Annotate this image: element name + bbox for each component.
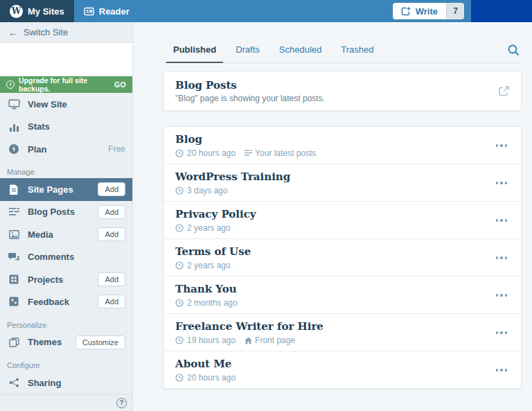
projects-icon [7, 274, 21, 284]
stats-icon [7, 122, 21, 132]
page-row-blog[interactable]: Blog 20 hours ago Your [164, 127, 521, 164]
section-label-personalize: Personalize [0, 313, 132, 331]
page-actions-menu[interactable] [493, 327, 511, 338]
tab-scheduled[interactable]: Scheduled [269, 39, 331, 62]
sidebar-item-view-site[interactable]: View Site [0, 93, 132, 115]
sidebar-item-label: Feedback [28, 297, 69, 307]
sidebar-item-feedback[interactable]: Feedback Add [0, 290, 132, 313]
sidebar-item-label: Themes [28, 337, 62, 347]
tab-trashed[interactable]: Trashed [331, 39, 383, 62]
tab-published[interactable]: Published [163, 39, 226, 62]
notification-count-badge[interactable]: 7 [446, 3, 464, 19]
upgrade-banner[interactable]: i Upgrade for full site backups. GO [0, 76, 132, 94]
page-title: Privacy Policy [175, 208, 256, 220]
page-time: 20 hours ago [187, 148, 236, 158]
sidebar-item-themes[interactable]: Themes Customize [0, 331, 132, 353]
pages-icon [7, 184, 21, 195]
switch-site-button[interactable]: ← Switch Site [0, 22, 132, 43]
page-row-thank-you[interactable]: Thank You 2 months ago [164, 277, 521, 314]
clock-icon [175, 374, 184, 382]
info-icon: i [6, 80, 15, 89]
clock-icon [175, 224, 184, 232]
sidebar-item-label: Media [28, 229, 53, 240]
sidebar-item-site-pages[interactable]: Site Pages Add [0, 178, 132, 200]
blog-posts-info-card[interactable]: Blog Posts "Blog" page is showing your l… [163, 71, 522, 111]
sidebar-item-stats[interactable]: Stats [0, 116, 132, 138]
tab-drafts[interactable]: Drafts [226, 39, 269, 62]
clock-icon [175, 336, 184, 344]
page-title: Thank You [175, 283, 238, 295]
page-row-about-me[interactable]: About Me 20 hours ago [164, 351, 521, 389]
sidebar-item-projects[interactable]: Projects Add [0, 268, 132, 290]
page-actions-menu[interactable] [493, 252, 511, 263]
my-sites-label: My Sites [28, 6, 64, 17]
customize-button[interactable]: Customize [76, 335, 125, 349]
page-actions-menu[interactable] [493, 177, 511, 189]
main-content: Published Drafts Scheduled Trashed [133, 22, 532, 411]
page-time: 2 years ago [187, 261, 231, 270]
sidebar-item-plan[interactable]: Plan Free [0, 138, 132, 160]
sidebar-item-label: Plan [28, 144, 46, 155]
clock-icon [175, 261, 184, 270]
page-time: 2 months ago [187, 298, 238, 308]
sidebar-item-label: Stats [28, 121, 50, 132]
reader-icon [84, 7, 94, 16]
page-title: Terms of Use [175, 245, 251, 258]
wordpress-logo-icon: W [10, 5, 23, 18]
page-title: WordPress Training [175, 170, 290, 183]
page-title: Blog [175, 133, 316, 146]
sidebar-item-label: Comments [28, 252, 74, 262]
sidebar-item-comments[interactable]: Comments [0, 245, 132, 268]
latest-posts-icon [245, 150, 252, 157]
reader-tab[interactable]: Reader [74, 0, 139, 22]
page-actions-menu[interactable] [493, 140, 511, 151]
upgrade-go-button[interactable]: GO [114, 80, 126, 89]
sidebar-item-label: View Site [28, 99, 67, 110]
sidebar-footer: ? [0, 394, 132, 411]
masterbar: W My Sites Reader [0, 0, 532, 22]
upgrade-banner-text: Upgrade for full site backups. [19, 76, 110, 93]
page-time: 3 days ago [187, 186, 228, 195]
media-icon [7, 230, 21, 239]
site-preview [0, 43, 132, 76]
page-extra-label: Your latest posts [255, 148, 316, 158]
sidebar: ← Switch Site i Upgrade for full site ba… [0, 22, 133, 411]
reader-label: Reader [99, 6, 130, 17]
feedback-icon [7, 297, 21, 306]
clock-icon [175, 149, 184, 157]
wordpress-admin: W My Sites Reader [0, 0, 532, 411]
page-time: 20 hours ago [187, 373, 236, 383]
write-label: Write [416, 6, 438, 17]
section-nav: Published Drafts Scheduled Trashed [163, 39, 522, 63]
add-feedback-button[interactable]: Add [98, 295, 125, 308]
sidebar-item-media[interactable]: Media Add [0, 223, 132, 245]
sidebar-item-label: Sharing [28, 378, 61, 388]
new-post-icon [401, 6, 411, 17]
search-button[interactable] [506, 41, 522, 62]
plan-badge: Free [108, 144, 125, 154]
clock-icon [175, 299, 184, 307]
page-actions-menu[interactable] [493, 365, 511, 376]
share-icon [7, 378, 21, 387]
write-button[interactable]: Write [393, 3, 446, 19]
page-actions-menu[interactable] [493, 215, 511, 226]
info-card-description: "Blog" page is showing your latest posts… [175, 94, 325, 103]
help-icon[interactable]: ? [116, 398, 127, 408]
pages-list: Blog 20 hours ago Your [163, 126, 522, 390]
add-page-button[interactable]: Add [98, 182, 125, 196]
page-row-wordpress-training[interactable]: WordPress Training 3 days ago [164, 164, 521, 202]
sidebar-item-sharing[interactable]: Sharing [0, 371, 132, 394]
section-label-configure: Configure [0, 353, 132, 371]
my-sites-tab[interactable]: W My Sites [0, 0, 74, 22]
add-media-button[interactable]: Add [98, 227, 125, 241]
page-row-privacy-policy[interactable]: Privacy Policy 2 years ago [164, 202, 521, 239]
back-arrow-icon: ← [8, 27, 18, 38]
external-link-icon[interactable] [498, 85, 510, 97]
clock-icon [175, 186, 184, 195]
add-post-button[interactable]: Add [98, 205, 125, 219]
add-project-button[interactable]: Add [98, 272, 125, 286]
page-row-terms-of-use[interactable]: Terms of Use 2 years ago [164, 239, 521, 277]
page-actions-menu[interactable] [493, 290, 511, 301]
page-row-freelance-writer[interactable]: Freelance Writer for Hire 19 hours ago [164, 314, 521, 351]
sidebar-item-blog-posts[interactable]: Blog Posts Add [0, 201, 132, 223]
